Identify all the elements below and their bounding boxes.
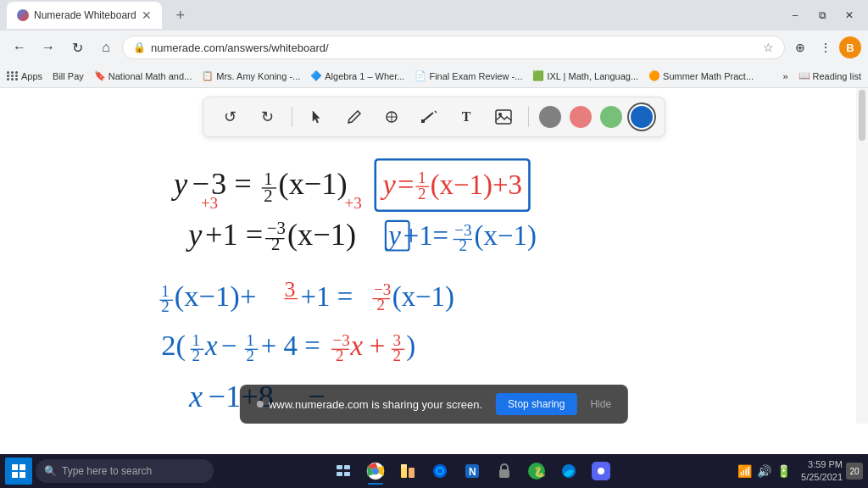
volume-icon[interactable]: 🔊	[757, 464, 771, 478]
pen-tool-button[interactable]	[340, 103, 369, 131]
extensions-icon[interactable]: ⊕	[788, 36, 812, 59]
taskbar-firefox[interactable]	[425, 456, 455, 486]
stop-sharing-button[interactable]: Stop sharing	[496, 393, 576, 415]
close-button[interactable]: ✕	[837, 3, 861, 27]
svg-text:(x−1): (x−1)	[279, 167, 348, 201]
undo-button[interactable]: ↺	[215, 103, 244, 131]
taskbar-chrome[interactable]	[360, 456, 391, 486]
taskbar-discord[interactable]	[586, 456, 616, 486]
restore-button[interactable]: ⧉	[810, 3, 834, 27]
scrollbar[interactable]	[856, 88, 868, 424]
taskbar-task-view[interactable]	[328, 456, 359, 486]
taskbar-active-indicator	[368, 483, 383, 485]
clock-time: 3:59 PM	[801, 458, 843, 471]
scrollbar-thumb[interactable]	[859, 90, 865, 141]
title-bar: Numerade Whiteboard ✕ + – ⧉ ✕	[0, 0, 868, 30]
windows-logo-icon	[12, 464, 25, 478]
tab-close-button[interactable]: ✕	[142, 8, 152, 22]
svg-point-82	[437, 469, 442, 474]
toolbar-divider-2	[528, 107, 529, 127]
svg-rect-4	[496, 110, 511, 124]
svg-text:−: −	[221, 330, 237, 361]
bookmark-final-exam[interactable]: 📄 Final Exam Review -...	[415, 70, 522, 81]
start-button[interactable]	[5, 458, 32, 485]
whiteboard-area[interactable]: ↺ ↻ T	[0, 88, 868, 454]
color-blue-button[interactable]	[631, 106, 653, 128]
system-clock[interactable]: 3:59 PM 5/25/2021	[801, 458, 843, 485]
minimize-button[interactable]: –	[783, 3, 807, 27]
bookmark-national-math[interactable]: 🔖 National Math and...	[94, 70, 192, 81]
svg-text:2: 2	[377, 296, 386, 313]
forward-button[interactable]: →	[36, 35, 61, 60]
svg-text:(x−1): (x−1)	[392, 281, 454, 313]
notification-badge[interactable]: 20	[846, 463, 863, 480]
new-tab-button[interactable]: +	[169, 3, 192, 27]
nav-bar: ← → ↻ ⌂ 🔒 numerade.com/answers/whiteboar…	[0, 30, 868, 64]
bookmark-ixl[interactable]: 🟩 IXL | Math, Languag...	[532, 70, 638, 81]
color-green-button[interactable]	[600, 106, 622, 128]
svg-text:(x−1): (x−1)	[287, 218, 356, 252]
bookmark-algebra1[interactable]: 🔷 Algebra 1 – Wher...	[310, 70, 404, 81]
svg-rect-73	[337, 472, 342, 476]
svg-text:2(: 2(	[161, 329, 186, 362]
tab-title: Numerade Whiteboard	[34, 9, 136, 21]
svg-text:2: 2	[161, 297, 170, 315]
svg-text:2: 2	[418, 185, 426, 202]
bookmarks-more[interactable]: »	[782, 71, 787, 81]
wifi-icon[interactable]: 📶	[737, 464, 752, 478]
image-tool-button[interactable]	[489, 103, 518, 131]
svg-text:x: x	[204, 330, 218, 361]
select-tool-button[interactable]	[303, 103, 331, 131]
svg-text:+3: +3	[201, 194, 218, 212]
home-button[interactable]: ⌂	[93, 35, 119, 60]
shapes-tool-button[interactable]	[377, 103, 406, 131]
taskbar-numerade[interactable]: N	[457, 456, 487, 486]
taskbar-files[interactable]	[392, 456, 423, 486]
svg-rect-74	[344, 472, 350, 476]
color-gray-button[interactable]	[539, 106, 561, 128]
text-tool-button[interactable]: T	[452, 103, 481, 131]
svg-text:x: x	[349, 330, 363, 361]
svg-text:+1 =: +1 =	[301, 281, 353, 312]
active-tab[interactable]: Numerade Whiteboard ✕	[7, 2, 162, 29]
toolbar-divider-1	[292, 107, 292, 127]
bookmark-star-icon[interactable]: ☆	[763, 41, 774, 54]
tab-favicon	[17, 9, 29, 21]
taskbar-edge[interactable]	[554, 456, 584, 486]
taskbar-right-area: 📶 🔊 🔋 3:59 PM 5/25/2021 20	[731, 458, 863, 485]
profile-icon[interactable]: B	[839, 36, 861, 58]
svg-text:2: 2	[459, 236, 467, 254]
back-button[interactable]: ←	[7, 35, 32, 60]
svg-text:+1=: +1=	[403, 220, 448, 251]
svg-line-3	[435, 111, 437, 114]
taskbar-lock[interactable]	[489, 456, 520, 486]
svg-rect-70	[19, 472, 25, 478]
bookmark-reading-list[interactable]: 📖 Reading list	[798, 70, 861, 81]
svg-rect-72	[344, 465, 350, 469]
clock-date: 5/25/2021	[801, 471, 843, 484]
browser-menu-icon[interactable]: ⋮	[814, 36, 837, 59]
svg-text:2: 2	[247, 347, 255, 364]
taskbar-search-bar[interactable]: 🔍 Type here to search	[36, 459, 214, 483]
lock-icon: 🔒	[133, 42, 146, 53]
taskbar-snake[interactable]: 🐍	[521, 456, 552, 486]
bookmark-apps[interactable]: Apps	[7, 70, 42, 82]
svg-text:3: 3	[285, 277, 296, 302]
svg-text:2: 2	[271, 235, 280, 253]
address-bar[interactable]: 🔒 numerade.com/answers/whiteboard/ ☆	[122, 36, 785, 59]
svg-text:y: y	[185, 218, 203, 252]
color-pink-button[interactable]	[570, 106, 592, 128]
svg-text:2: 2	[264, 186, 272, 205]
refresh-button[interactable]: ↻	[64, 35, 90, 60]
bookmark-summer-math[interactable]: 🟠 Summer Math Pract...	[648, 70, 754, 81]
taskbar: 🔍 Type here to search N	[0, 454, 868, 488]
svg-text:1: 1	[264, 169, 272, 188]
bookmark-amy-koning[interactable]: 📋 Mrs. Amy Koning -...	[202, 70, 300, 81]
bookmark-billpay[interactable]: Bill Pay	[53, 71, 84, 81]
hide-button[interactable]: Hide	[590, 398, 611, 410]
svg-rect-79	[401, 464, 407, 468]
redo-button[interactable]: ↻	[253, 103, 281, 131]
svg-text:y: y	[170, 167, 188, 201]
line-tool-button[interactable]	[415, 103, 443, 131]
svg-text:2: 2	[336, 347, 344, 364]
